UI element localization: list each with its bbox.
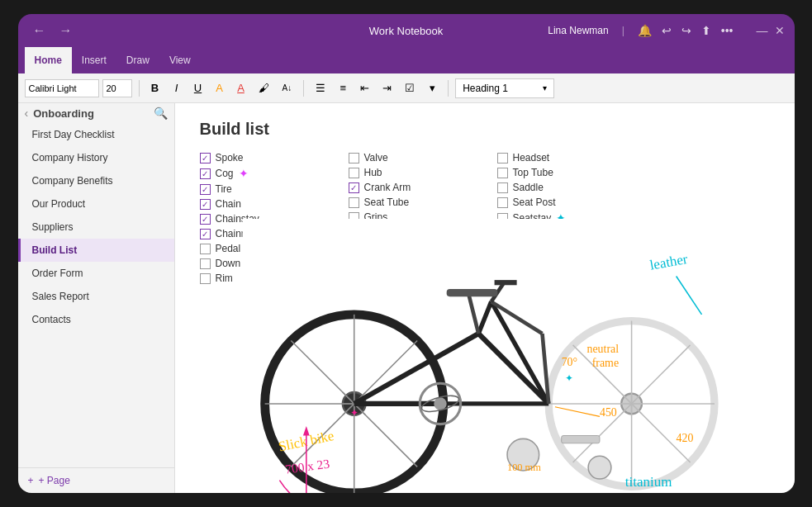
tab-view[interactable]: View xyxy=(159,47,201,73)
wheel-star: ✦ xyxy=(349,407,358,419)
sidebar-section-title: Onboarding xyxy=(33,107,94,120)
list-item[interactable]: Saddle xyxy=(497,180,629,195)
svg-rect-37 xyxy=(561,436,599,443)
sidebar-item-build-list[interactable]: Build List xyxy=(18,239,174,262)
sidebar-item-contacts[interactable]: Contacts xyxy=(18,308,174,331)
list-item[interactable]: Seat Tube xyxy=(349,195,481,210)
format-brush-button[interactable]: 🖌 xyxy=(254,79,274,97)
sidebar: ‹ Onboarding 🔍 First Day Checklist Compa… xyxy=(18,103,175,493)
checkbox-crank-arm[interactable] xyxy=(349,182,359,193)
numbered-list-button[interactable]: ≡ xyxy=(334,79,352,97)
italic-button[interactable]: I xyxy=(168,79,186,97)
share-icon[interactable]: ⬆ xyxy=(701,24,711,37)
list-item[interactable]: Tire xyxy=(200,182,332,197)
app-title: Work Notebook xyxy=(369,25,443,37)
sidebar-item-our-product[interactable]: Our Product xyxy=(18,192,174,216)
sidebar-search-button[interactable]: 🔍 xyxy=(154,107,168,120)
list-item[interactable]: Top Tube xyxy=(497,165,629,180)
checkbox-headset[interactable] xyxy=(497,153,508,163)
heading-dropdown-icon[interactable]: ▾ xyxy=(543,83,547,92)
angle-annotation: 70° xyxy=(561,356,577,368)
content-area[interactable]: Build list Spoke Cog ✦ xyxy=(175,103,795,493)
sidebar-item-first-day[interactable]: First Day Checklist xyxy=(18,123,174,146)
page-title: Build list xyxy=(200,120,770,139)
main-area: ‹ Onboarding 🔍 First Day Checklist Compa… xyxy=(18,103,795,493)
list-item[interactable]: Valve xyxy=(349,150,481,165)
heading-style-selector[interactable]: Heading 1 ▾ xyxy=(455,78,554,98)
svg-point-38 xyxy=(588,456,611,479)
checkbox-tire[interactable] xyxy=(200,184,211,195)
close-button[interactable]: ✕ xyxy=(775,24,785,37)
window-controls: — ✕ xyxy=(757,24,785,37)
redo-icon[interactable]: ↪ xyxy=(681,24,691,37)
more-icon[interactable]: ••• xyxy=(721,24,734,37)
ribbon-toolbar: B I U A A 🖌 A↓ ☰ ≡ ⇤ ⇥ ☑ ▾ Heading 1 ▾ xyxy=(18,73,795,103)
checkbox-top-tube[interactable] xyxy=(497,168,508,178)
add-page-label: + Page xyxy=(39,475,70,486)
sidebar-item-suppliers[interactable]: Suppliers xyxy=(18,216,174,239)
heading-style-label: Heading 1 xyxy=(463,83,508,94)
list-item[interactable]: Chain xyxy=(200,197,332,211)
user-name: Lina Newman xyxy=(548,25,608,36)
list-item[interactable]: Crank Arm xyxy=(349,180,481,195)
add-page-icon: + xyxy=(28,475,34,486)
checkbox-seat-tube[interactable] xyxy=(349,197,359,208)
bold-button[interactable]: B xyxy=(146,79,164,97)
forward-button[interactable]: → xyxy=(55,21,78,40)
neutral-annotation: neutral xyxy=(586,343,619,355)
checkbox-spoke[interactable] xyxy=(200,153,211,163)
list-dropdown-button[interactable]: ▾ xyxy=(423,79,441,97)
checkbox-valve[interactable] xyxy=(349,153,359,163)
frame-annotation: frame xyxy=(591,357,618,369)
bullet-list-button[interactable]: ☰ xyxy=(311,79,330,97)
ribbon-tabs: Home Insert Draw View xyxy=(18,47,795,73)
bell-icon[interactable]: 🔔 xyxy=(638,24,652,37)
tab-home[interactable]: Home xyxy=(25,47,72,73)
list-item[interactable]: Headset xyxy=(497,150,629,165)
add-page-button[interactable]: + + Page xyxy=(18,467,174,493)
checkbox-seat-post[interactable] xyxy=(497,197,508,208)
sidebar-collapse-button[interactable]: ‹ xyxy=(25,107,29,120)
tab-draw[interactable]: Draw xyxy=(116,47,159,73)
checkbox-cog[interactable] xyxy=(200,168,211,179)
subscript-button[interactable]: A↓ xyxy=(278,79,297,97)
title-bar-right: Lina Newman | 🔔 ↩ ↪ ⬆ ••• — ✕ xyxy=(548,24,784,37)
font-name-input[interactable] xyxy=(25,79,99,97)
back-button[interactable]: ← xyxy=(28,21,51,40)
font-color-button[interactable]: A xyxy=(232,79,250,97)
checkbox-saddle[interactable] xyxy=(497,182,508,193)
checkbox-button[interactable]: ☑ xyxy=(400,79,420,97)
separator-1 xyxy=(139,80,140,97)
checkbox-hub[interactable] xyxy=(349,168,359,178)
indent-decrease-button[interactable]: ⇤ xyxy=(355,79,374,97)
indent-increase-button[interactable]: ⇥ xyxy=(378,79,397,97)
nav-arrows: ← → xyxy=(28,21,78,40)
title-bar: ← → Work Notebook Lina Newman | 🔔 ↩ ↪ ⬆ … xyxy=(18,14,795,47)
title-icons: 🔔 ↩ ↪ ⬆ ••• xyxy=(638,24,734,37)
separator-2 xyxy=(303,80,304,97)
seatstay-star-annotation: ✦ xyxy=(564,372,572,384)
svg-rect-32 xyxy=(446,289,497,296)
underline-button[interactable]: U xyxy=(189,79,207,97)
font-size-input[interactable] xyxy=(102,79,132,97)
title-bar-left: ← → xyxy=(28,21,78,40)
page-content: Build list Spoke Cog ✦ xyxy=(175,103,795,493)
sidebar-nav: ‹ Onboarding 🔍 xyxy=(18,103,174,123)
list-item[interactable]: Seat Post xyxy=(497,195,629,210)
titanium-annotation: titanium xyxy=(624,474,672,490)
sidebar-item-company-history[interactable]: Company History xyxy=(18,146,174,169)
sidebar-item-company-benefits[interactable]: Company Benefits xyxy=(18,169,174,192)
minimize-button[interactable]: — xyxy=(757,24,768,37)
app-window: ← → Work Notebook Lina Newman | 🔔 ↩ ↪ ⬆ … xyxy=(18,14,795,493)
list-item[interactable]: Spoke xyxy=(200,150,332,165)
dim-450: 450 xyxy=(599,406,616,419)
sidebar-item-order-form[interactable]: Order Form xyxy=(18,262,174,285)
tab-insert[interactable]: Insert xyxy=(72,47,116,73)
undo-icon[interactable]: ↩ xyxy=(662,24,672,37)
list-item[interactable]: Hub xyxy=(349,165,481,180)
cog-star: ✦ xyxy=(239,167,249,180)
highlight-button[interactable]: A xyxy=(211,79,229,97)
checkbox-chain[interactable] xyxy=(200,199,211,210)
list-item[interactable]: Cog ✦ xyxy=(200,165,332,182)
sidebar-item-sales-report[interactable]: Sales Report xyxy=(18,285,174,308)
